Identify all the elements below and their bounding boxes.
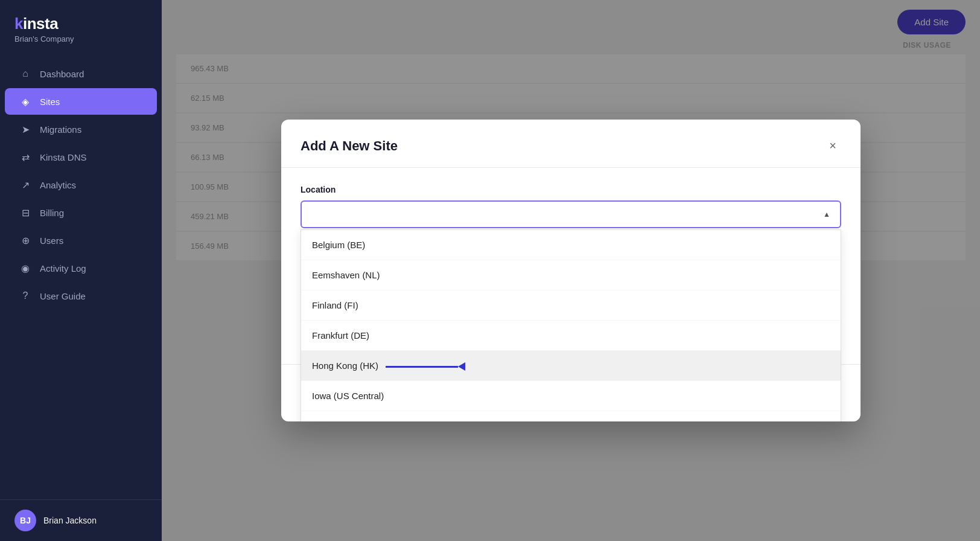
modal-close-button[interactable]: × <box>824 136 841 155</box>
main-content: Add Site DISK USAGE 965.43 MB 62.15 MB 9… <box>162 0 980 541</box>
sidebar-item-user-guide[interactable]: ? User Guide <box>5 283 157 309</box>
avatar: BJ <box>14 510 36 531</box>
arrow-line <box>386 366 458 368</box>
sidebar-item-billing[interactable]: ⊟ Billing <box>5 199 157 226</box>
location-option-hong-kong[interactable]: Hong Kong (HK) <box>301 351 841 381</box>
location-dropdown-trigger[interactable]: ▲ <box>301 200 841 228</box>
arrow-head <box>458 362 465 371</box>
sidebar-item-label-analytics: Analytics <box>40 180 76 190</box>
users-icon: ⊕ <box>19 234 31 246</box>
sidebar-item-label-kinsta-dns: Kinsta DNS <box>40 152 87 162</box>
avatar-initials: BJ <box>20 516 31 525</box>
sites-icon: ◈ <box>19 95 31 107</box>
dashboard-icon: ⌂ <box>19 68 31 80</box>
sidebar-item-kinsta-dns[interactable]: ⇄ Kinsta DNS <box>5 144 157 170</box>
sidebar-navigation: ⌂ Dashboard ◈ Sites ➤ Migrations ⇄ Kinst… <box>0 51 162 499</box>
user-name: Brian Jackson <box>43 516 97 525</box>
sidebar-footer: BJ Brian Jackson <box>0 499 162 541</box>
sidebar-item-label-sites: Sites <box>40 97 60 107</box>
location-option-eemshaven[interactable]: Eemshaven (NL) <box>301 260 841 290</box>
location-option-london[interactable]: London (UK) <box>301 411 841 421</box>
location-dropdown-list[interactable]: Belgium (BE) Eemshaven (NL) Finland (FI)… <box>301 229 841 421</box>
analytics-icon: ↗ <box>19 179 31 191</box>
migrations-icon: ➤ <box>19 123 31 135</box>
modal-overlay: Add A New Site × Location ▲ Belgium (BE)… <box>162 0 980 541</box>
modal-body: Location ▲ Belgium (BE) Eemshaven (NL) F… <box>281 168 861 364</box>
sidebar-item-label-migrations: Migrations <box>40 124 81 135</box>
sidebar-item-activity-log[interactable]: ◉ Activity Log <box>5 255 157 281</box>
sidebar-item-label-activity-log: Activity Log <box>40 263 86 274</box>
location-dropdown-container: ▲ Belgium (BE) Eemshaven (NL) Finland (F… <box>301 200 841 228</box>
sidebar-item-label-user-guide: User Guide <box>40 291 86 301</box>
activity-log-icon: ◉ <box>19 262 31 274</box>
company-name: Brian's Company <box>14 34 147 43</box>
sidebar-item-analytics[interactable]: ↗ Analytics <box>5 171 157 198</box>
add-site-modal: Add A New Site × Location ▲ Belgium (BE)… <box>281 120 861 421</box>
kinsta-dns-icon: ⇄ <box>19 151 31 163</box>
chevron-up-icon: ▲ <box>823 210 830 219</box>
sidebar-item-users[interactable]: ⊕ Users <box>5 227 157 254</box>
location-option-frankfurt[interactable]: Frankfurt (DE) <box>301 321 841 351</box>
sidebar-logo-area: kinsta Brian's Company <box>0 0 162 51</box>
sidebar-item-migrations[interactable]: ➤ Migrations <box>5 116 157 142</box>
arrow-annotation <box>386 362 465 371</box>
sidebar-item-label-billing: Billing <box>40 208 64 218</box>
logo: kinsta <box>14 14 147 33</box>
hong-kong-label: Hong Kong (HK) <box>312 360 378 371</box>
location-option-finland[interactable]: Finland (FI) <box>301 290 841 321</box>
location-option-belgium[interactable]: Belgium (BE) <box>301 230 841 260</box>
modal-header: Add A New Site × <box>281 120 861 168</box>
sidebar-item-dashboard[interactable]: ⌂ Dashboard <box>5 60 157 87</box>
sidebar-item-label-dashboard: Dashboard <box>40 69 84 79</box>
billing-icon: ⊟ <box>19 206 31 219</box>
sidebar-item-sites[interactable]: ◈ Sites <box>5 88 157 115</box>
location-option-iowa[interactable]: Iowa (US Central) <box>301 381 841 411</box>
sidebar: kinsta Brian's Company ⌂ Dashboard ◈ Sit… <box>0 0 162 541</box>
sidebar-item-label-users: Users <box>40 235 63 246</box>
modal-title: Add A New Site <box>301 138 398 154</box>
user-guide-icon: ? <box>19 290 31 302</box>
location-label: Location <box>301 185 841 194</box>
